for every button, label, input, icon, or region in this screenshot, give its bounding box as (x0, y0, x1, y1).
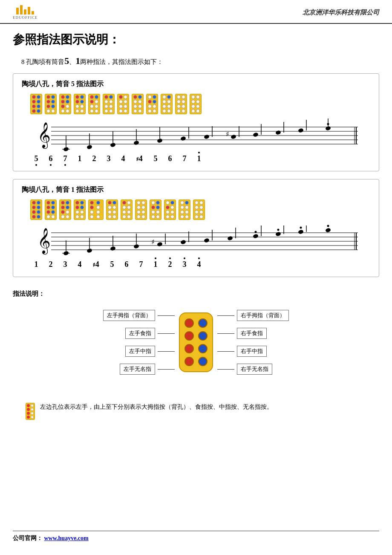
hole (119, 104, 123, 108)
hole (133, 100, 137, 104)
hole (122, 205, 126, 209)
note-2-high-b: 2 (164, 260, 176, 269)
svg-point-57 (227, 236, 233, 241)
hole (148, 95, 152, 99)
svg-point-65 (298, 229, 304, 234)
small-hole (31, 416, 34, 419)
label-line (158, 369, 175, 370)
hole (66, 100, 69, 104)
hole (75, 109, 79, 113)
svg-point-24 (253, 132, 259, 137)
hole (138, 109, 142, 113)
hole (180, 201, 184, 205)
label-box: 右手无名指 (237, 364, 272, 375)
hole (112, 205, 116, 209)
fblock-inner (193, 199, 205, 220)
hole (96, 201, 100, 205)
fblock-2-4 (74, 199, 86, 220)
hole (96, 210, 100, 214)
svg-text:𝄞: 𝄞 (37, 228, 51, 255)
label-box: 左手无名指 (120, 364, 155, 375)
fblock-2-8 (135, 199, 147, 220)
fblock-2-12 (193, 199, 205, 220)
fblock-inner (59, 199, 71, 220)
hole (109, 100, 113, 104)
hole (166, 205, 170, 209)
hole (104, 104, 108, 108)
hole (180, 215, 184, 219)
svg-point-22 (231, 134, 236, 139)
hole (180, 205, 184, 209)
hole (122, 201, 126, 205)
hole (112, 210, 116, 214)
hole (46, 215, 50, 219)
hole (104, 100, 108, 104)
logo-bar-2 (20, 5, 23, 14)
diagrams-container: 陶埙八孔，筒音 5 指法图示 (13, 73, 379, 277)
hole (148, 100, 152, 104)
fblock-inner (88, 94, 100, 114)
note-sharp4: ♯4 (132, 154, 147, 163)
label-line (217, 351, 234, 352)
small-fingering-icon (26, 403, 35, 420)
company-name: 北京洲洋华乐科技有限公司 (303, 9, 379, 17)
svg-point-26 (275, 130, 281, 135)
label-line (217, 369, 234, 370)
hole (32, 205, 36, 209)
hole (196, 104, 200, 108)
svg-text:𝄞: 𝄞 (37, 122, 51, 149)
hole (32, 104, 36, 108)
intro-text: 8 孔陶埙有筒音5、1两种指法，其指法图示如下： (0, 52, 392, 73)
hole (196, 109, 200, 113)
fingering-explain: 指法说明： 左手拇指（背面） 左手食指 左手中指 左手无名指 (0, 286, 392, 424)
hole (51, 100, 55, 104)
hole (166, 201, 170, 205)
svg-point-17 (180, 136, 186, 141)
hole (156, 205, 160, 209)
hole (185, 201, 189, 205)
hole (80, 201, 84, 205)
hole (75, 210, 79, 214)
hole (75, 205, 79, 209)
intro-mid: 、 (69, 58, 75, 65)
fblock-2-11 (179, 199, 190, 220)
hole (127, 210, 131, 214)
footer-note: 左边孔位表示左手，由上至下分别表示大拇指按（背孔）、食指按、中指按、无名指按。 (13, 395, 379, 424)
hole (80, 109, 84, 113)
hole (148, 104, 152, 108)
hole (46, 210, 50, 214)
fblock-inner (74, 94, 86, 114)
fblock-1-6 (103, 94, 115, 114)
hole (124, 109, 127, 113)
svg-point-53 (180, 240, 186, 245)
hole (127, 215, 131, 219)
svg-point-62 (275, 231, 281, 237)
note-nums-row-2: 1 2 3 4 ♯4 5 6 7 1 2 3 4 (22, 260, 370, 269)
right-index-hole (198, 331, 208, 341)
left-index-hole (184, 331, 194, 341)
staff-2: 𝄞 ♯ (22, 224, 370, 258)
hole (141, 201, 145, 205)
hole (167, 109, 171, 113)
hole (32, 210, 36, 214)
hole (133, 104, 137, 108)
hole (66, 109, 69, 113)
hole (51, 109, 55, 113)
label-line (158, 351, 175, 352)
left-labels: 左手拇指（背面） 左手食指 左手中指 左手无名指 (103, 306, 175, 378)
note-4b: 4 (74, 260, 86, 269)
fblock-1-12 (190, 94, 202, 114)
note-5b: 5 (106, 260, 118, 269)
hole (51, 104, 55, 108)
hole (148, 109, 152, 113)
hole (66, 205, 69, 209)
svg-point-69 (327, 225, 329, 227)
hole (95, 109, 98, 113)
website-link[interactable]: www.huayve.com (44, 535, 89, 541)
fblock-2-7 (121, 199, 133, 220)
hole (95, 104, 98, 108)
fblock-2-6 (106, 199, 118, 220)
svg-point-55 (204, 238, 210, 243)
fblock-inner (30, 94, 42, 114)
hole (185, 205, 189, 209)
